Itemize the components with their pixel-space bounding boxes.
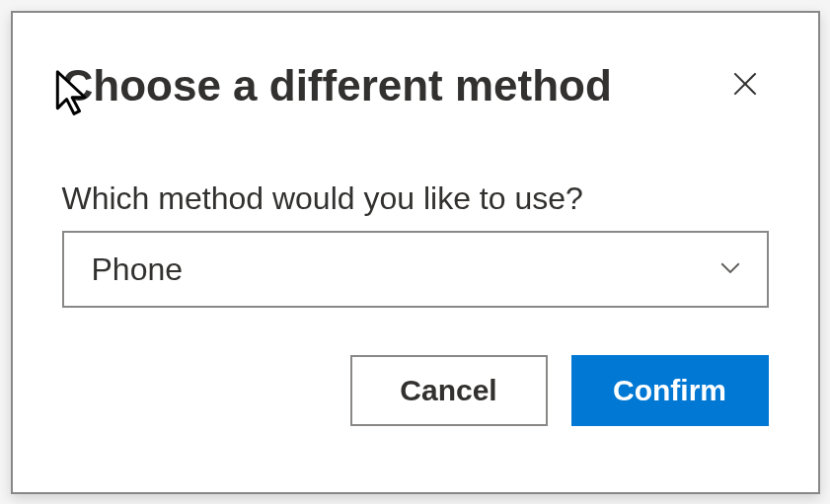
dialog-title: Choose a different method <box>62 60 612 112</box>
method-select-wrapper: Phone <box>62 231 769 308</box>
confirm-button[interactable]: Confirm <box>571 355 769 426</box>
dialog-header: Choose a different method <box>62 60 769 112</box>
method-select-value: Phone <box>92 252 184 288</box>
method-select[interactable]: Phone <box>62 231 769 308</box>
cancel-button[interactable]: Cancel <box>350 355 548 426</box>
method-prompt-label: Which method would you like to use? <box>62 180 769 217</box>
close-button[interactable] <box>721 60 769 110</box>
choose-method-dialog: Choose a different method Which method w… <box>11 11 820 494</box>
close-icon <box>729 68 761 103</box>
dialog-footer: Cancel Confirm <box>62 355 769 426</box>
